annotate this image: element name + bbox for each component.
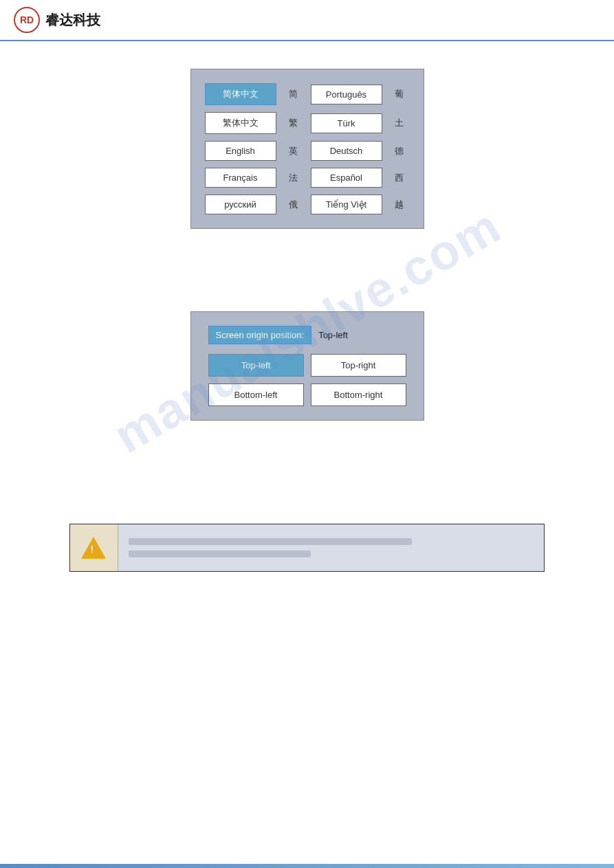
lang-button-vietnamese[interactable]: Tiếng Việt: [311, 194, 382, 214]
header: RD 睿达科技: [0, 0, 614, 41]
lang-button-english[interactable]: English: [205, 141, 276, 161]
warning-box: [69, 524, 545, 572]
origin-current-value: Top-left: [318, 330, 348, 340]
logo-icon: RD: [14, 7, 40, 33]
lang-button-simplified-chinese[interactable]: 简体中文: [205, 83, 276, 105]
footer-bar: [0, 864, 614, 868]
lang-abbr-russian: 俄: [283, 199, 304, 211]
lang-abbr-vietnamese: 越: [389, 199, 410, 211]
lang-abbr-traditional-chinese: 繁: [283, 117, 304, 129]
lang-abbr-french: 法: [283, 172, 304, 184]
language-grid: 简体中文 简 Português 葡 繁体中文 繁 Türk 土 English…: [205, 83, 410, 214]
origin-bottom-right-button[interactable]: Bottom-right: [311, 383, 406, 406]
lang-button-spanish[interactable]: Español: [311, 168, 382, 188]
warning-icon-area: [70, 524, 118, 571]
origin-position-panel: Screen origin position: Top-left Top-lef…: [190, 311, 424, 421]
origin-label: Screen origin position:: [208, 326, 312, 344]
origin-top-right-button[interactable]: Top-right: [311, 354, 406, 377]
warning-text-line-2: [129, 550, 311, 557]
lang-button-portuguese[interactable]: Português: [311, 85, 382, 104]
language-panel: 简体中文 简 Português 葡 繁体中文 繁 Türk 土 English…: [190, 69, 424, 229]
origin-top-left-button[interactable]: Top-left: [208, 354, 304, 377]
main-content: manualshlve.com 简体中文 简 Português 葡 繁体中文 …: [0, 41, 614, 599]
lang-button-russian[interactable]: русский: [205, 194, 276, 214]
origin-bottom-left-button[interactable]: Bottom-left: [208, 383, 304, 406]
warning-text-line-1: [129, 538, 412, 545]
lang-abbr-spanish: 西: [389, 172, 410, 184]
origin-buttons-grid: Top-left Top-right Bottom-left Bottom-ri…: [208, 354, 406, 406]
lang-abbr-simplified-chinese: 简: [283, 88, 304, 100]
lang-button-turkish[interactable]: Türk: [311, 113, 382, 133]
lang-button-traditional-chinese[interactable]: 繁体中文: [205, 112, 276, 134]
warning-triangle-icon: [81, 537, 106, 559]
lang-button-german[interactable]: Deutsch: [311, 141, 382, 161]
lang-abbr-turkish: 土: [389, 117, 410, 129]
origin-title-row: Screen origin position: Top-left: [208, 326, 406, 344]
lang-abbr-english: 英: [283, 145, 304, 157]
company-name: 睿达科技: [45, 11, 100, 30]
lang-abbr-portuguese: 葡: [389, 88, 410, 100]
lang-button-french[interactable]: Français: [205, 168, 276, 188]
warning-content: [118, 524, 544, 571]
lang-abbr-german: 德: [389, 145, 410, 157]
